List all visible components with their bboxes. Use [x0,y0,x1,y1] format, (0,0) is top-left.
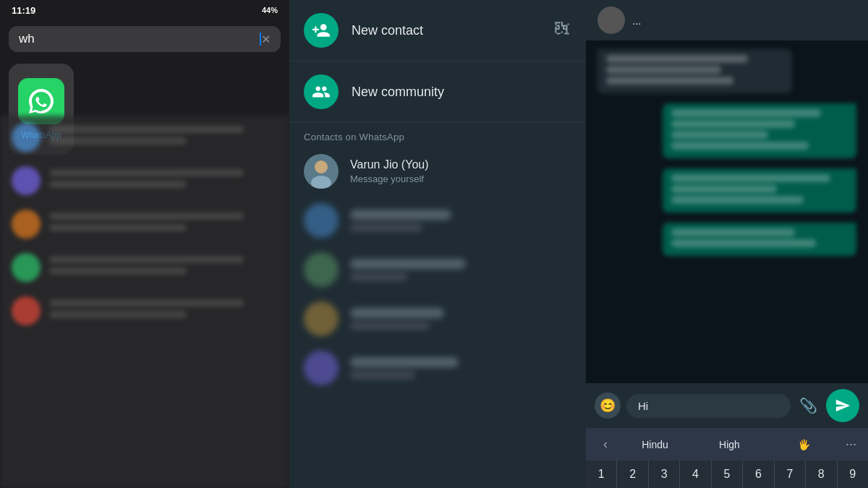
people-add-icon [312,82,331,101]
status-bar: 11:19 44% [0,0,289,20]
message-bubble-outgoing-2 [663,168,857,213]
key-4[interactable]: 4 [680,461,711,488]
key-3[interactable]: 3 [649,461,680,488]
search-bar[interactable]: wh ✕ [9,26,281,52]
attach-button[interactable]: 📎 [796,394,820,417]
key-9[interactable]: 9 [838,461,868,488]
status-battery: 44% [262,6,278,14]
chat-header: ... [586,0,868,40]
contact-info-varun: Varun Jio (You) Message yourself [350,158,571,184]
contact-item-varun[interactable]: Varun Jio (You) Message yourself [289,147,586,196]
chat-input-area: 😊 Hi 📎 ‹ Hindu High 🖐 ··· 1 2 [586,383,868,488]
chat-messages [586,40,868,383]
chat-avatar [597,7,625,34]
key-6[interactable]: 6 [743,461,774,488]
chat-header-name: ... [632,14,856,27]
status-time: 11:19 [12,5,35,16]
blurred-contact-2 [289,245,586,294]
chat-header-info: ... [632,14,856,27]
keyboard-more-button[interactable]: ··· [846,437,856,452]
blurred-contact-4 [289,343,586,393]
right-panel: ... 😊 [586,0,868,488]
middle-panel: New contact New community Contacts on Wh… [289,0,586,488]
keyboard-suggest-hand[interactable]: 🖐 [771,439,837,450]
new-contact-label: New contact [352,23,423,38]
key-5[interactable]: 5 [712,461,743,488]
key-7[interactable]: 7 [775,461,806,488]
chat-input-row: 😊 Hi 📎 [586,383,868,428]
keyboard-suggest-1[interactable]: Hindu [622,439,688,450]
person-add-icon [312,21,331,40]
blurred-contact-1 [289,196,586,245]
key-8[interactable]: 8 [806,461,837,488]
search-clear-button[interactable]: ✕ [261,33,271,46]
message-bubble-outgoing-3 [663,223,857,256]
keyboard-suggest-row: ‹ Hindu High 🖐 ··· [586,428,868,461]
search-text: wh [19,32,259,46]
attach-icon: 📎 [799,398,817,414]
blurred-contact-3 [289,294,586,343]
message-input[interactable]: Hi [626,394,791,418]
contact-avatar-varun [304,154,339,189]
new-contact-icon-circle [304,13,339,48]
qr-icon[interactable] [553,20,571,41]
new-community-item[interactable]: New community [289,61,586,123]
key-2[interactable]: 2 [617,461,648,488]
left-panel: 11:19 44% wh ✕ WhatsApp [0,0,289,488]
send-button[interactable] [826,389,859,422]
contact-name-varun: Varun Jio (You) [350,158,571,171]
new-contact-item[interactable]: New contact [289,0,586,61]
message-bubble-outgoing-1 [663,103,857,158]
blurred-background [0,116,289,488]
svg-point-1 [315,160,328,174]
send-icon [835,398,851,414]
new-community-icon-circle [304,74,339,109]
keyboard-suggest-2[interactable]: High [697,439,762,450]
message-bubble-incoming-1 [597,49,792,93]
keyboard-back-button[interactable]: ‹ [597,434,613,455]
message-input-value: Hi [638,400,648,412]
search-bar-container: wh ✕ [0,20,289,58]
keyboard-num-row: 1 2 3 4 5 6 7 8 9 [586,461,868,488]
emoji-icon: 😊 [600,398,616,414]
new-community-label: New community [352,85,444,100]
key-1[interactable]: 1 [586,461,617,488]
contacts-section-header: Contacts on WhatsApp [289,123,586,147]
emoji-button[interactable]: 😊 [595,393,621,419]
contact-status-varun: Message yourself [350,174,571,184]
